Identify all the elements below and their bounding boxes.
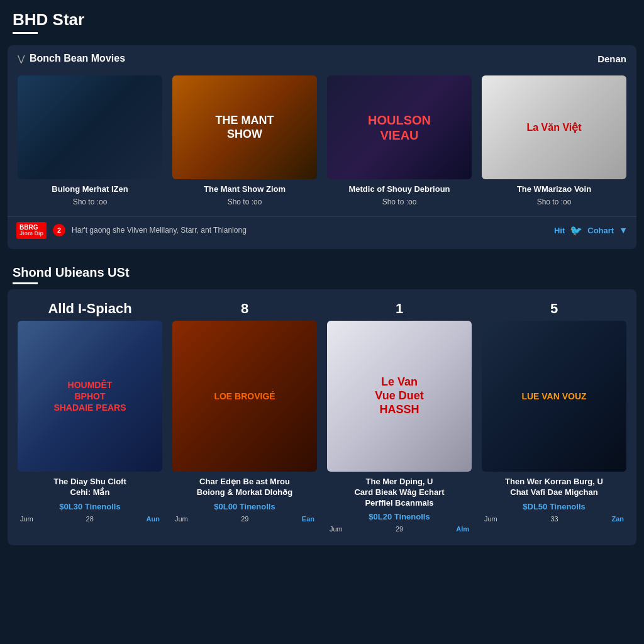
rank-number-3: 5 xyxy=(482,301,626,317)
ranked-meta-0: Jum 28 Aun xyxy=(18,515,162,523)
bbng-logo-block: BBRG Jiom Dip xyxy=(16,222,47,239)
meta-left-2: Jum xyxy=(330,525,343,533)
meta-right-0[interactable]: Aun xyxy=(147,515,160,523)
ranked-price-2: $0L20 Tinenolls xyxy=(327,512,472,521)
ranked-poster-2: Le VanVue DuetHASSH xyxy=(327,321,472,472)
movie-showtime-3: Sho to :oo xyxy=(482,197,626,206)
movie-card-2[interactable]: HOULSONVIEAU Metdic of Shouy Debrioun Sh… xyxy=(322,72,477,213)
meta-mid-1: 29 xyxy=(241,515,248,523)
poster-text-2: HOULSONVIEAU xyxy=(365,110,433,145)
chevron-icon[interactable]: ⋁ xyxy=(18,53,25,64)
poster-text-1: THE MANTSHOW xyxy=(213,111,277,143)
section1-action[interactable]: Denan xyxy=(597,53,626,64)
twitter-icon[interactable]: 🐦 xyxy=(570,225,582,236)
ranked-price-1: $0L00 Tinenolls xyxy=(172,502,317,511)
ranked-title-0: The Diay Shu CloftCehi: Mần xyxy=(18,477,162,498)
section2-container: Alld I-Spiach HOUMDÊTBPHOTSHADAIE PEARS … xyxy=(8,289,636,546)
ranked-poster-0: HOUMDÊTBPHOTSHADAIE PEARS xyxy=(18,321,162,472)
ranked-meta-2: Jum 29 Alm xyxy=(327,525,472,533)
ranked-row: Alld I-Spiach HOUMDÊTBPHOTSHADAIE PEARS … xyxy=(8,297,636,540)
section1-title: Bonch Bean Movies xyxy=(30,53,125,64)
movie-card-0[interactable]: Bulong Merhat IZen Sho to :oo xyxy=(13,72,167,213)
movie-poster-0 xyxy=(18,75,162,179)
cohart-link[interactable]: Cohart xyxy=(587,226,614,235)
movie-title-1: The Mant Show Ziom xyxy=(172,184,317,195)
bottom-bar: BBRG Jiom Dip 2 Har't gaong she Viiven M… xyxy=(8,216,636,244)
movie-title-3: The WMarizao Voin xyxy=(482,184,626,195)
poster-text-0 xyxy=(87,125,92,130)
rp-text-2: Le VanVue DuetHASSH xyxy=(371,372,427,420)
meta-left-0: Jum xyxy=(20,515,33,523)
app-header: BHD Star xyxy=(0,0,644,39)
ranked-title-3: Then Wer Korran Burg, UChat Vafi Dae Mig… xyxy=(482,477,626,498)
badge-2: 2 xyxy=(53,224,65,236)
rp-text-3: LUE VAN VOUZ xyxy=(518,387,590,406)
app-title-underline xyxy=(13,32,38,34)
movie-showtime-2: Sho to :oo xyxy=(327,197,472,206)
chevron-down-icon[interactable]: ▼ xyxy=(619,225,628,235)
section1-header-left: ⋁ Bonch Bean Movies xyxy=(18,53,125,64)
meta-mid-3: 33 xyxy=(550,515,558,523)
rp-text-0: HOUMDÊTBPHOTSHADAIE PEARS xyxy=(50,375,130,418)
meta-right-3[interactable]: Zan xyxy=(611,515,624,523)
movie-poster-2: HOULSONVIEAU xyxy=(327,75,472,179)
rp-text-1: LOE BROVIGÉ xyxy=(210,387,279,406)
rank-number-2: 1 xyxy=(327,301,472,317)
ranked-poster-1: LOE BROVIGÉ xyxy=(172,321,317,472)
rank-number-1: 8 xyxy=(172,301,317,317)
ranked-poster-3: LUE VAN VOUZ xyxy=(482,321,626,472)
ranked-card-1[interactable]: 8 LOE BROVIGÉ Char Edẹn Be ast MrouBoion… xyxy=(167,297,322,540)
ranked-price-3: $DL50 Tinenolls xyxy=(482,502,626,511)
rank-number-0: Alld I-Spiach xyxy=(18,301,162,317)
poster-text-3: La Văn Việt xyxy=(524,119,584,136)
ranked-meta-3: Jum 33 Zan xyxy=(482,515,626,523)
meta-mid-0: 28 xyxy=(86,515,94,523)
movie-card-1[interactable]: THE MANTSHOW The Mant Show Ziom Sho to :… xyxy=(167,72,322,213)
bottom-bar-left: BBRG Jiom Dip 2 Har't gaong she Viiven M… xyxy=(16,222,247,239)
movie-title-2: Metdic of Shouy Debrioun xyxy=(327,184,472,195)
meta-left-1: Jum xyxy=(175,515,188,523)
movie-row: Bulong Merhat IZen Sho to :oo THE MANTSH… xyxy=(8,72,636,213)
meta-mid-2: 29 xyxy=(396,525,403,533)
ranked-title-2: The Mer Dping, UCard Bieak Wâg EchartPer… xyxy=(327,477,472,509)
movie-card-3[interactable]: La Văn Việt The WMarizao Voin Sho to :oo xyxy=(477,72,631,213)
meta-right-1[interactable]: Ean xyxy=(302,515,314,523)
ranked-card-2[interactable]: 1 Le VanVue DuetHASSH The Mer Dping, UCa… xyxy=(322,297,477,540)
bbng-logo: BBRG Jiom Dip xyxy=(16,222,47,239)
section2-underline xyxy=(13,282,38,284)
ranked-card-0[interactable]: Alld I-Spiach HOUMDÊTBPHOTSHADAIE PEARS … xyxy=(13,297,167,540)
ranked-card-3[interactable]: 5 LUE VAN VOUZ Then Wer Korran Burg, UCh… xyxy=(477,297,631,540)
bottom-bar-text: Har't gaong she Viiven Melilany, Starr, … xyxy=(72,226,247,235)
movie-showtime-1: Sho to :oo xyxy=(172,197,317,206)
section2-title-block: Shond Ubieans USt xyxy=(0,255,644,284)
movie-title-0: Bulong Merhat IZen xyxy=(18,184,162,195)
ranked-meta-1: Jum 29 Ean xyxy=(172,515,317,523)
section-bonch-bean: ⋁ Bonch Bean Movies Denan Bulong Merhat … xyxy=(8,45,636,249)
hit-link[interactable]: Hit xyxy=(554,226,565,235)
section2-title: Shond Ubieans USt xyxy=(0,255,644,282)
meta-left-3: Jum xyxy=(484,515,497,523)
section1-header: ⋁ Bonch Bean Movies Denan xyxy=(8,45,636,72)
movie-showtime-0: Sho to :oo xyxy=(18,197,162,206)
app-title: BHD Star xyxy=(13,10,631,30)
movie-poster-3: La Văn Việt xyxy=(482,75,626,179)
movie-poster-1: THE MANTSHOW xyxy=(172,75,317,179)
meta-right-2[interactable]: Alm xyxy=(456,525,469,533)
ranked-price-0: $0L30 Tinenolls xyxy=(18,502,162,511)
ranked-title-1: Char Edẹn Be ast MrouBoiong & Morkat Dlo… xyxy=(172,477,317,498)
bottom-bar-right[interactable]: Hit 🐦 Cohart ▼ xyxy=(554,225,628,236)
